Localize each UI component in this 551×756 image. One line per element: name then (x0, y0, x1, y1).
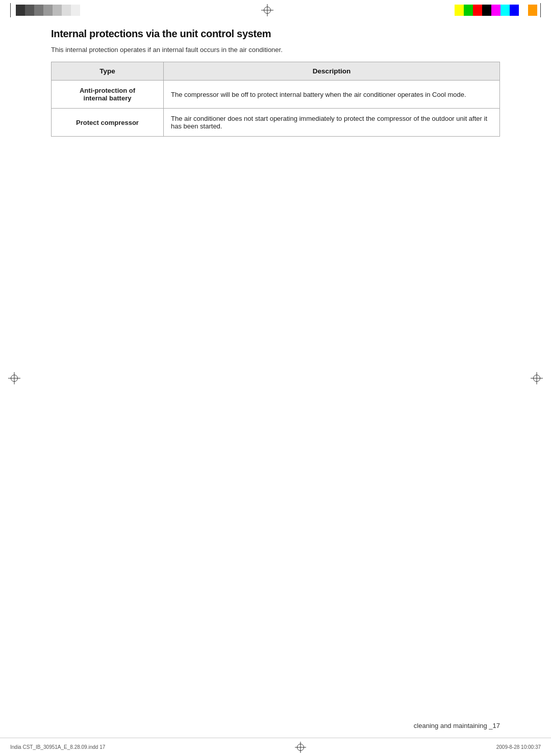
bottom-bar: India CST_IB_30951A_E_8.28.09.indd 17 20… (0, 738, 551, 756)
main-content: Internal protections via the unit contro… (51, 28, 500, 731)
col-header-type: Type (52, 62, 164, 81)
color-block-right (455, 5, 464, 16)
top-right-marks (455, 3, 541, 17)
color-block-left (16, 5, 25, 16)
reg-line-right (540, 3, 541, 17)
table-cell-description: The compressor will be off to protect in… (164, 81, 500, 109)
protection-table: Type Description Anti-protection ofinter… (51, 62, 500, 137)
top-center-crosshair (261, 4, 273, 16)
color-block-left (25, 5, 34, 16)
table-header: Type Description (52, 62, 500, 81)
table-row: Protect compressorThe air conditioner do… (52, 109, 500, 137)
top-left-marks (10, 3, 80, 17)
color-blocks-right (455, 5, 537, 16)
color-block-right (464, 5, 473, 16)
bottom-left-text: India CST_IB_30951A_E_8.28.09.indd 17 (10, 744, 105, 750)
color-block-right (528, 5, 537, 16)
intro-text: This internal protection operates if an … (51, 46, 500, 54)
color-blocks-left (16, 5, 80, 16)
color-block-left (62, 5, 71, 16)
color-block-right (491, 5, 500, 16)
table-body: Anti-protection ofinternal batteryThe co… (52, 81, 500, 137)
color-block-right (500, 5, 510, 16)
color-block-left (53, 5, 62, 16)
color-block-right (519, 5, 528, 16)
top-registration-bar (0, 0, 551, 20)
color-block-left (43, 5, 53, 16)
right-crosshair (531, 372, 543, 384)
page-footer-label: cleaning and maintaining _17 (414, 722, 500, 729)
bottom-center-crosshair (295, 742, 306, 753)
reg-line-left (10, 3, 11, 17)
page-title: Internal protections via the unit contro… (51, 28, 500, 40)
color-block-left (71, 5, 80, 16)
table-header-row: Type Description (52, 62, 500, 81)
crosshair-circle (264, 7, 271, 14)
color-block-right (482, 5, 491, 16)
color-block-right (473, 5, 482, 16)
color-block-left (34, 5, 43, 16)
table-cell-type: Anti-protection ofinternal battery (52, 81, 164, 109)
color-block-right (510, 5, 519, 16)
table-cell-description: The air conditioner does not start opera… (164, 109, 500, 137)
bottom-right-text: 2009-8-28 10:00:37 (496, 744, 541, 750)
left-crosshair (8, 372, 20, 384)
col-header-description: Description (164, 62, 500, 81)
table-row: Anti-protection ofinternal batteryThe co… (52, 81, 500, 109)
table-cell-type: Protect compressor (52, 109, 164, 137)
crosshair-icon (261, 4, 273, 16)
